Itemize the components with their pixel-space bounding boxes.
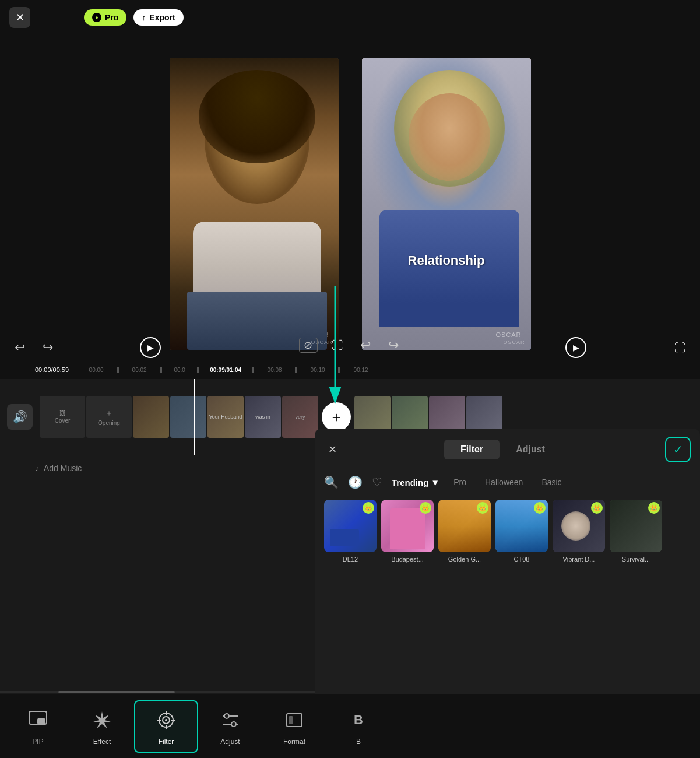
svg-point-11 — [224, 714, 229, 718]
adjust-icon — [217, 707, 243, 733]
filter-confirm-button[interactable]: ✓ — [665, 437, 691, 462]
fullscreen-button[interactable]: ⛶ — [329, 337, 346, 353]
search-icon[interactable]: 🔍 — [324, 475, 339, 489]
filter-thumb-dl12: 👑 — [324, 500, 377, 552]
filter-name-ct08: CT08 — [514, 556, 530, 563]
add-music-label: Add Music — [44, 464, 82, 473]
filter-thumb-survival: 👑 — [610, 500, 662, 552]
adjust-label: Adjust — [220, 738, 240, 746]
filter-icon — [153, 707, 179, 733]
export-button[interactable]: ↑ Export — [133, 9, 183, 26]
undo-button[interactable]: ↩ — [12, 339, 28, 356]
add-clip-button[interactable]: ＋ — [322, 402, 351, 431]
play-left-button[interactable]: ▶ — [140, 337, 161, 358]
category-pro[interactable]: Pro — [449, 475, 471, 489]
svg-rect-14 — [287, 714, 302, 727]
tool-adjust[interactable]: Adjust — [198, 701, 262, 752]
history-icon[interactable]: 🕐 — [348, 475, 363, 489]
filter-item-dl12[interactable]: 👑 DL12 — [324, 500, 377, 563]
crown-icon-survival: 👑 — [648, 502, 660, 514]
tool-filter[interactable]: Filter — [134, 700, 198, 753]
filter-tabs: Filter Adjust — [347, 440, 658, 459]
filter-name-dl12: DL12 — [343, 556, 358, 563]
b-icon: B — [346, 707, 371, 733]
filter-close-button[interactable]: ✕ — [324, 441, 340, 458]
redo-right-button[interactable]: ↪ — [385, 337, 402, 353]
frame-2 — [170, 396, 206, 438]
filter-panel-header: ✕ Filter Adjust ✓ — [315, 429, 700, 471]
crown-icon-budapest: 👑 — [420, 502, 431, 514]
pro-label: Pro — [105, 13, 118, 22]
svg-rect-2 — [37, 718, 45, 724]
redo-button[interactable]: ↪ — [40, 339, 56, 356]
crown-icon-dl12: 👑 — [363, 502, 374, 514]
music-note-icon: ♪ — [35, 464, 39, 473]
cover-thumb[interactable]: 🖼 Cover — [40, 396, 85, 438]
filter-item-vibrant[interactable]: 👑 Vibrant D... — [553, 500, 605, 563]
center-controls: ⊘ ⛶ ↩ ↪ — [299, 337, 402, 353]
effect-icon — [89, 707, 115, 733]
filter-name-budapest: Budapest... — [391, 556, 424, 563]
crown-icon-golden: 👑 — [477, 502, 488, 514]
play-right-button[interactable]: ▶ — [565, 337, 586, 358]
timeline-cursor — [194, 379, 195, 455]
tool-effect[interactable]: Effect — [70, 701, 134, 752]
svg-rect-15 — [289, 716, 293, 724]
frame-husband: Your Husband — [207, 396, 244, 438]
frame-very: very — [282, 396, 318, 438]
left-video-panel: OSCAR — [170, 58, 339, 350]
filter-panel: ✕ Filter Adjust ✓ 🔍 🕐 ♡ Trending ▼ Pro H… — [315, 429, 700, 694]
opening-thumb[interactable]: ＋ Opening — [86, 396, 132, 438]
filter-name-survival: Survival... — [622, 556, 650, 563]
category-halloween[interactable]: Halloween — [480, 475, 527, 489]
category-basic[interactable]: Basic — [537, 475, 566, 489]
tab-adjust[interactable]: Adjust — [500, 440, 561, 459]
pro-icon: ● — [92, 13, 101, 22]
favorites-icon[interactable]: ♡ — [372, 475, 382, 489]
filter-thumb-budapest: 👑 — [381, 500, 434, 552]
preview-area: OSCAR Relationship OSCAR — [0, 35, 700, 373]
left-controls: ↩ ↪ — [12, 339, 56, 356]
filter-grid: 👑 DL12 👑 Budapest... 👑 Golden G... 👑 CT — [315, 494, 700, 568]
filter-thumb-golden: 👑 — [438, 500, 491, 552]
svg-point-13 — [231, 722, 236, 727]
tab-filter[interactable]: Filter — [444, 440, 500, 459]
export-label: Export — [149, 13, 175, 22]
tool-b[interactable]: B B — [326, 701, 391, 752]
current-timestamp: 00:00/00:59 — [35, 366, 69, 373]
time-markers: 00:00 00:02 00:0 00:09/01:04 00:08 00:10… — [76, 367, 665, 373]
close-button[interactable]: ✕ — [9, 7, 30, 28]
top-bar: ✕ ● Pro ↑ Export — [0, 0, 700, 35]
svg-point-5 — [165, 719, 167, 721]
filter-item-budapest[interactable]: 👑 Budapest... — [381, 500, 434, 563]
filter-close-icon: ✕ — [328, 443, 337, 456]
chevron-down-icon: ▼ — [431, 478, 439, 487]
tool-pip[interactable]: PIP — [6, 701, 70, 752]
crown-icon-ct08: 👑 — [534, 502, 546, 514]
filter-name-vibrant: Vibrant D... — [563, 556, 595, 563]
filter-label: Filter — [159, 738, 174, 746]
bottom-toolbar: PIP Effect Filter — [0, 694, 700, 758]
export-icon: ↑ — [142, 13, 146, 22]
filter-item-ct08[interactable]: 👑 CT08 — [495, 500, 548, 563]
undo-right-button[interactable]: ↩ — [357, 337, 374, 353]
filter-item-golden[interactable]: 👑 Golden G... — [438, 500, 491, 563]
trending-dropdown[interactable]: Trending ▼ — [392, 478, 439, 487]
b-label: B — [356, 738, 361, 746]
tool-format[interactable]: Format — [262, 701, 326, 752]
filter-thumb-ct08: 👑 — [495, 500, 548, 552]
format-icon — [282, 707, 307, 733]
filter-thumb-vibrant: 👑 — [553, 500, 605, 552]
fullscreen-right-button[interactable]: ⛶ — [672, 339, 688, 356]
filter-name-golden: Golden G... — [448, 556, 481, 563]
close-icon: ✕ — [16, 11, 24, 24]
pip-icon — [25, 707, 51, 733]
filter-item-survival[interactable]: 👑 Survival... — [610, 500, 662, 563]
check-icon: ✓ — [673, 443, 683, 457]
effect-label: Effect — [93, 738, 111, 746]
pip-label: PIP — [32, 738, 43, 746]
video-text-overlay: Relationship — [407, 253, 484, 268]
pro-button[interactable]: ● Pro — [84, 9, 126, 26]
crown-icon-vibrant: 👑 — [591, 502, 603, 514]
filter-search-row: 🔍 🕐 ♡ Trending ▼ Pro Halloween Basic — [315, 471, 700, 494]
